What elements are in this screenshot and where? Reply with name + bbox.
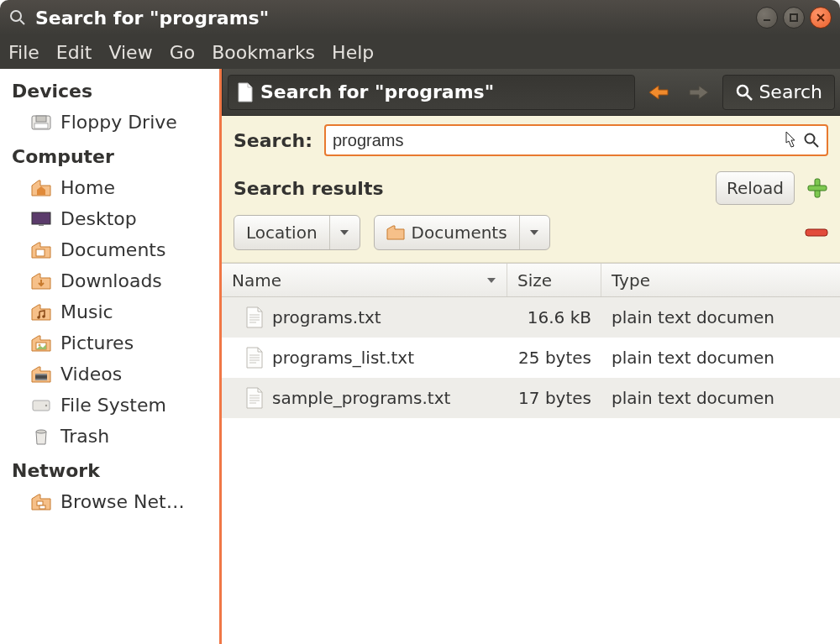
close-button[interactable]: [810, 7, 832, 29]
search-toggle-label: Search: [759, 81, 822, 102]
toolbar: Search for "programs" Search: [222, 69, 840, 116]
svg-rect-23: [39, 505, 45, 509]
folder-icon: [30, 241, 52, 259]
sort-indicator-icon: [486, 277, 496, 284]
menu-file[interactable]: File: [8, 42, 39, 63]
folder-icon: [30, 303, 52, 322]
sidebar-section-network: Network: [0, 452, 219, 486]
filter-label: Location: [246, 223, 318, 243]
add-filter-button[interactable]: [806, 177, 828, 199]
folder-icon: [386, 225, 405, 240]
sidebar: Devices Floppy Drive Computer Home Deskt…: [0, 69, 222, 644]
svg-point-12: [37, 316, 40, 319]
sidebar-item-floppy[interactable]: Floppy Drive: [0, 107, 219, 138]
column-type[interactable]: Type: [601, 264, 840, 296]
search-toggle-button[interactable]: Search: [722, 75, 835, 110]
window: Search for "programs" File Edit View Go …: [0, 0, 840, 644]
folder-icon: [30, 272, 52, 291]
svg-point-13: [42, 315, 45, 318]
reload-button[interactable]: Reload: [716, 171, 795, 205]
sidebar-item-label: Downloads: [60, 270, 162, 291]
sidebar-item-label: Trash: [60, 426, 109, 447]
table-body: programs.txt16.6 kBplain text documenpro…: [222, 297, 840, 418]
table-row[interactable]: programs_list.txt25 bytesplain text docu…: [222, 338, 840, 378]
chevron-down-icon: [329, 216, 360, 249]
svg-point-26: [806, 134, 815, 144]
menu-view[interactable]: View: [108, 42, 152, 63]
minimize-button[interactable]: [756, 7, 778, 29]
column-name[interactable]: Name: [222, 264, 507, 296]
floppy-icon: [30, 113, 52, 132]
menubar: File Edit View Go Bookmarks Help: [0, 35, 840, 69]
file-name: programs.txt: [272, 307, 381, 327]
svg-rect-11: [36, 249, 45, 256]
file-type: plain text documen: [601, 307, 840, 327]
sidebar-item-home[interactable]: Home: [0, 172, 219, 203]
menu-go[interactable]: Go: [170, 42, 196, 63]
svg-rect-9: [32, 212, 50, 224]
svg-point-24: [738, 86, 748, 96]
sidebar-item-downloads[interactable]: Downloads: [0, 265, 219, 296]
path-title: Search for "programs": [260, 81, 494, 102]
sidebar-item-label: Browse Net…: [60, 491, 185, 512]
sidebar-section-computer: Computer: [0, 138, 219, 172]
file-size: 16.6 kB: [507, 307, 601, 327]
svg-rect-30: [806, 229, 827, 236]
search-panel: Search: Search results: [222, 116, 840, 263]
menu-bookmarks[interactable]: Bookmarks: [212, 42, 315, 63]
table-row[interactable]: programs.txt16.6 kBplain text documen: [222, 297, 840, 338]
file-type: plain text documen: [601, 388, 840, 408]
menu-help[interactable]: Help: [332, 42, 374, 63]
file-size: 25 bytes: [507, 348, 601, 368]
search-input[interactable]: [333, 131, 780, 150]
search-results-label: Search results: [234, 178, 384, 199]
filter-location-dropdown[interactable]: Location: [234, 215, 360, 250]
column-size[interactable]: Size: [507, 264, 601, 296]
sidebar-item-desktop[interactable]: Desktop: [0, 203, 219, 234]
maximize-button[interactable]: [783, 7, 805, 29]
window-controls: [756, 7, 832, 29]
trash-icon: [30, 427, 52, 446]
sidebar-item-label: Pictures: [60, 332, 134, 353]
forward-button[interactable]: [682, 76, 716, 109]
sidebar-item-trash[interactable]: Trash: [0, 421, 219, 452]
path-box[interactable]: Search for "programs": [228, 75, 635, 110]
table-row[interactable]: sample_programs.txt17 bytesplain text do…: [222, 378, 840, 418]
sidebar-item-label: File System: [60, 395, 166, 416]
filter-documents-dropdown[interactable]: Documents: [374, 215, 550, 250]
svg-rect-3: [790, 14, 797, 21]
results-table: Name Size Type programs.txt16.6 kBplain …: [222, 263, 840, 644]
table-header: Name Size Type: [222, 264, 840, 297]
svg-line-27: [814, 143, 819, 148]
svg-point-20: [45, 404, 47, 406]
sidebar-item-label: Home: [60, 177, 115, 198]
folder-icon: [30, 334, 52, 353]
filter-label: Documents: [412, 223, 507, 243]
disk-icon: [30, 396, 52, 415]
svg-rect-7: [36, 116, 46, 122]
svg-rect-8: [34, 123, 48, 128]
search-label: Search:: [234, 130, 312, 151]
sidebar-item-pictures[interactable]: Pictures: [0, 327, 219, 359]
svg-rect-29: [808, 186, 827, 191]
column-label: Name: [232, 270, 281, 291]
window-title: Search for "programs": [35, 8, 748, 29]
sidebar-item-videos[interactable]: Videos: [0, 359, 219, 390]
sidebar-item-music[interactable]: Music: [0, 296, 219, 327]
sidebar-section-devices: Devices: [0, 72, 219, 107]
reload-label: Reload: [727, 178, 784, 198]
desktop-icon: [30, 210, 52, 228]
menu-edit[interactable]: Edit: [56, 42, 92, 63]
remove-filter-button[interactable]: [805, 228, 828, 237]
svg-point-0: [11, 11, 21, 21]
document-icon: [237, 82, 254, 102]
sidebar-item-filesystem[interactable]: File System: [0, 390, 219, 421]
text-file-icon: [245, 347, 264, 369]
back-button[interactable]: [642, 76, 675, 109]
sidebar-item-documents[interactable]: Documents: [0, 234, 219, 265]
search-input-wrap[interactable]: [324, 124, 828, 156]
text-file-icon: [245, 306, 264, 328]
app-icon: [8, 8, 27, 27]
titlebar: Search for "programs": [0, 0, 840, 35]
sidebar-item-browse-network[interactable]: Browse Net…: [0, 486, 219, 517]
